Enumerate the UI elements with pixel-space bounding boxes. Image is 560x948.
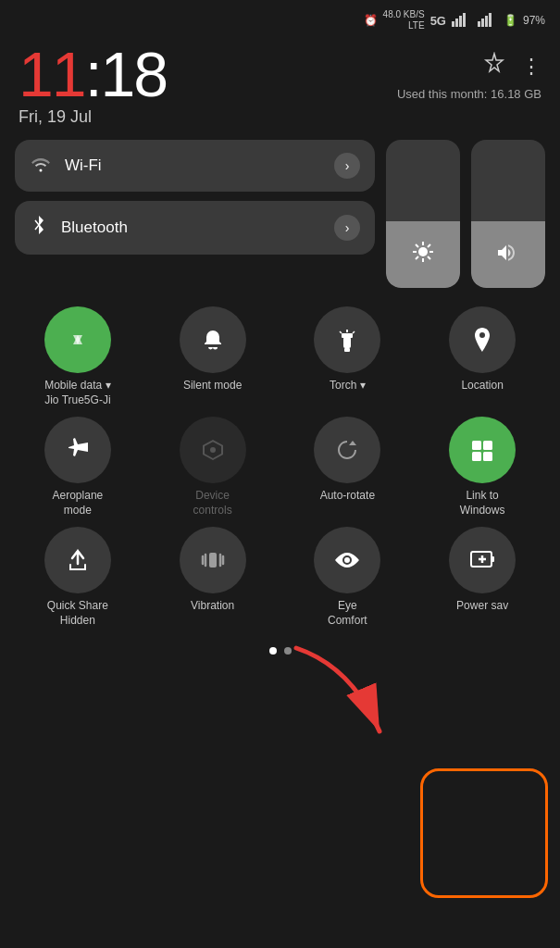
- svg-rect-23: [344, 348, 350, 352]
- bluetooth-label: Bluetooth: [61, 218, 321, 237]
- power-saving-highlight: [420, 768, 548, 898]
- more-options-icon[interactable]: ⋮: [521, 55, 541, 79]
- tile-device-controls[interactable]: Devicecontrols: [150, 417, 276, 518]
- tile-circle-silent[interactable]: [180, 306, 246, 373]
- time-block: 11:18 Fri, 19 Jul: [19, 43, 167, 127]
- tile-silent-mode[interactable]: Silent mode: [150, 306, 276, 407]
- settings-brightness-icon[interactable]: [482, 52, 506, 81]
- tile-torch[interactable]: Torch ▾: [285, 306, 411, 407]
- clock-minutes: 18: [101, 39, 168, 109]
- svg-rect-29: [209, 553, 217, 568]
- power-saving-label: Power sav: [456, 599, 508, 614]
- tile-circle-vibration[interactable]: [180, 527, 246, 593]
- device-controls-label: Devicecontrols: [193, 489, 232, 518]
- svg-rect-18: [343, 337, 351, 348]
- svg-rect-1: [455, 19, 458, 27]
- svg-rect-4: [478, 21, 480, 27]
- battery-icon: 🔋: [504, 14, 517, 27]
- tile-location[interactable]: Location: [419, 306, 545, 407]
- tile-eye-comfort[interactable]: EyeComfort: [285, 527, 411, 628]
- tile-aeroplane[interactable]: Aeroplanemode: [15, 417, 141, 518]
- svg-line-16: [428, 244, 430, 247]
- tile-circle-aeroplane[interactable]: [44, 417, 111, 483]
- bluetooth-toggle[interactable]: Bluetooth ›: [15, 201, 375, 255]
- clock-hours: 11: [19, 39, 85, 109]
- tile-circle-eye-comfort[interactable]: [314, 527, 380, 593]
- volume-icon: [495, 242, 521, 269]
- svg-rect-19: [342, 333, 353, 338]
- tiles-grid: Mobile data ▾Jio True5G-Ji Silent mode T…: [0, 297, 560, 638]
- svg-line-21: [340, 331, 342, 333]
- page-dot-2[interactable]: [284, 647, 292, 655]
- volume-slider[interactable]: [471, 140, 545, 288]
- tile-circle-auto-rotate[interactable]: [314, 417, 380, 483]
- page-dots: [0, 647, 560, 655]
- tile-circle-device-controls[interactable]: [180, 417, 246, 483]
- alarm-icon: ⏰: [364, 14, 378, 27]
- wifi-icon: [30, 154, 52, 178]
- date-display: Fri, 19 Jul: [19, 107, 167, 127]
- network-speed: 48.0 KB/S LTE: [383, 9, 425, 31]
- signal-icon-2: [478, 12, 498, 30]
- data-usage: Used this month: 16.18 GB: [397, 87, 541, 101]
- header-right: ⋮ Used this month: 16.18 GB: [397, 52, 541, 101]
- header: 11:18 Fri, 19 Jul ⋮ Used this month: 16.…: [0, 35, 560, 131]
- aeroplane-label: Aeroplanemode: [53, 489, 104, 518]
- svg-rect-7: [489, 13, 492, 27]
- svg-marker-8: [486, 54, 503, 71]
- svg-point-9: [418, 247, 428, 256]
- tile-power-saving[interactable]: Power sav: [419, 527, 545, 628]
- torch-label: Torch ▾: [330, 379, 366, 393]
- header-icons: ⋮: [482, 52, 541, 81]
- tile-mobile-data[interactable]: Mobile data ▾Jio True5G-Ji: [15, 306, 141, 407]
- tile-circle-link-windows[interactable]: [449, 417, 516, 483]
- svg-line-17: [416, 256, 418, 259]
- svg-rect-35: [492, 556, 494, 562]
- svg-line-22: [353, 331, 355, 333]
- clock-display: 11:18: [19, 43, 167, 106]
- wifi-label: Wi-Fi: [65, 156, 321, 175]
- svg-rect-2: [459, 16, 462, 27]
- svg-rect-0: [452, 21, 454, 27]
- svg-rect-6: [485, 16, 488, 27]
- brightness-icon: [411, 240, 435, 269]
- auto-rotate-label: Auto-rotate: [320, 489, 375, 504]
- bluetooth-chevron[interactable]: ›: [334, 215, 360, 241]
- battery-percent: 97%: [523, 14, 545, 27]
- wifi-toggle[interactable]: Wi-Fi ›: [15, 140, 375, 192]
- wifi-chevron[interactable]: ›: [334, 153, 360, 179]
- eye-comfort-label: EyeComfort: [328, 599, 367, 628]
- toggle-list: Wi-Fi › Bluetooth ›: [15, 140, 375, 288]
- network-type: 5G: [430, 14, 446, 28]
- svg-point-24: [210, 447, 216, 453]
- tile-circle-power-saving[interactable]: [449, 527, 516, 593]
- location-label: Location: [461, 379, 503, 393]
- svg-rect-25: [472, 441, 481, 450]
- tile-circle-mobile-data[interactable]: [44, 306, 111, 373]
- controls-row: Wi-Fi › Bluetooth ›: [0, 131, 560, 297]
- svg-line-15: [428, 256, 430, 259]
- svg-rect-28: [483, 452, 492, 461]
- link-windows-label: Link toWindows: [460, 489, 505, 518]
- page-dot-1[interactable]: [269, 647, 277, 655]
- tile-quick-share[interactable]: Quick ShareHidden: [15, 527, 141, 628]
- tile-circle-torch[interactable]: [314, 306, 380, 373]
- svg-rect-27: [472, 452, 481, 461]
- svg-rect-26: [483, 441, 492, 450]
- tile-link-windows[interactable]: Link toWindows: [419, 417, 545, 518]
- mobile-data-label: Mobile data ▾Jio True5G-Ji: [44, 379, 110, 407]
- svg-line-14: [416, 244, 418, 247]
- svg-rect-5: [481, 19, 484, 27]
- vibration-label: Vibration: [191, 599, 234, 614]
- bluetooth-icon: [30, 214, 48, 242]
- brightness-slider[interactable]: [386, 140, 460, 288]
- tile-vibration[interactable]: Vibration: [150, 527, 276, 628]
- signal-icon: [452, 12, 472, 30]
- svg-rect-3: [463, 13, 466, 27]
- tile-circle-quick-share[interactable]: [44, 527, 111, 593]
- silent-mode-label: Silent mode: [183, 379, 242, 393]
- status-bar: ⏰ 48.0 KB/S LTE 5G 🔋 97%: [0, 0, 560, 35]
- tile-auto-rotate[interactable]: Auto-rotate: [285, 417, 411, 518]
- tile-circle-location[interactable]: [449, 306, 516, 373]
- quick-share-label: Quick ShareHidden: [47, 599, 108, 628]
